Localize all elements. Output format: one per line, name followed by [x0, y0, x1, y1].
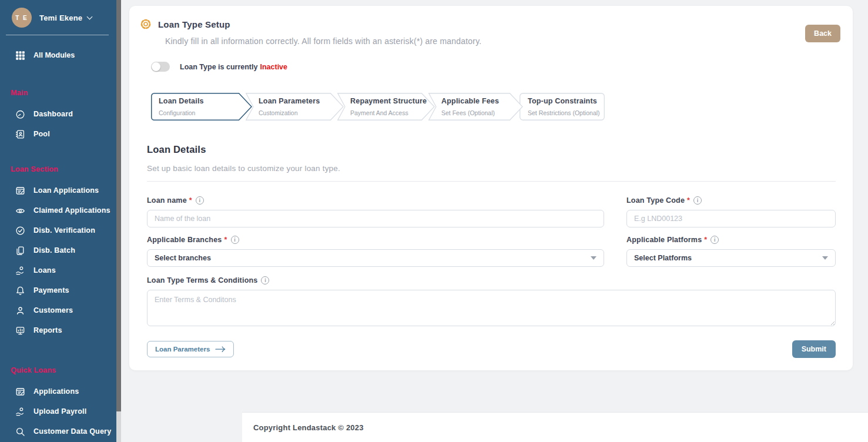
main-content: Loan Type Setup Kindly fill in all infor…: [121, 0, 868, 442]
sidebar-item-disb-batch[interactable]: Disb. Batch: [0, 240, 116, 260]
sidebar-item-label: Customers: [33, 306, 73, 314]
loan-type-setup-card: Loan Type Setup Kindly fill in all infor…: [129, 6, 853, 370]
sidebar-item-label: All Modules: [33, 51, 75, 59]
sidebar: T E Temi Ekene All Modules Main Dashboar…: [0, 0, 116, 442]
required-asterisk: *: [224, 236, 227, 244]
footer: Copyright Lendastack © 2023: [242, 412, 868, 442]
terms-label: Loan Type Terms & Conditionsi: [147, 276, 836, 284]
pool-icon: [15, 129, 25, 139]
applicable-platforms-select[interactable]: Select Platforms: [626, 249, 836, 267]
loan-type-status-toggle[interactable]: [151, 62, 170, 72]
sidebar-item-label: Customer Data Query: [33, 427, 111, 436]
sidebar-divider: [6, 35, 109, 35]
sidebar-item-label: Claimed Applications: [33, 206, 110, 215]
page-title: Loan Type Setup: [158, 18, 481, 29]
form-divider: [147, 181, 836, 182]
sidebar-item-customers[interactable]: Customers: [0, 300, 116, 320]
form-subheading: Set up basic loan details to customize y…: [147, 164, 836, 173]
loan-details-form: Loan Details Set up basic loan details t…: [147, 144, 836, 358]
claimed-applications-eye-icon: [15, 206, 25, 216]
person-icon: [15, 306, 25, 316]
form-heading: Loan Details: [147, 144, 836, 155]
bell-icon: [15, 286, 25, 296]
sidebar-scrollbar[interactable]: [116, 0, 121, 442]
sidebar-item-all-modules[interactable]: All Modules: [0, 45, 116, 65]
chevron-down-icon: [591, 256, 596, 260]
stepper: Loan Details Configuration Loan Paramete…: [151, 93, 836, 120]
toggle-knob: [152, 62, 160, 71]
loan-parameters-next-button[interactable]: Loan Parameters: [147, 341, 234, 357]
required-asterisk: *: [687, 196, 690, 205]
card-header: Loan Type Setup Kindly fill in all infor…: [139, 18, 836, 46]
all-modules-grid-icon: [15, 51, 25, 61]
step-tab-applicable-fees[interactable]: Applicable Fees Set Fees (Optional): [428, 93, 523, 120]
page-subtitle: Kindly fill in all information correctly…: [165, 36, 481, 46]
user-name: Temi Ekene: [39, 14, 82, 22]
submit-button[interactable]: Submit: [792, 340, 836, 358]
chevron-down-icon: [822, 256, 828, 260]
sidebar-item-payments[interactable]: Payments: [0, 280, 116, 300]
applicable-branches-label: Applicable Branches*i: [147, 236, 604, 244]
terms-textarea[interactable]: [147, 290, 836, 326]
sidebar-item-label: Upload Payroll: [33, 407, 86, 416]
sidebar-item-pool[interactable]: Pool: [0, 124, 116, 144]
hand-coin-icon: [15, 407, 25, 417]
toggle-label: Loan Type is currentlyInactive: [180, 63, 287, 71]
info-icon: i: [231, 236, 239, 244]
required-asterisk: *: [189, 196, 192, 205]
step-tab-top-up-constraints[interactable]: Top-up Constraints Set Restrictions (Opt…: [520, 93, 605, 120]
info-icon: i: [261, 276, 269, 284]
step-tab-loan-details[interactable]: Loan Details Configuration: [151, 93, 252, 120]
dashboard-icon: [15, 109, 25, 119]
sidebar-item-label: Dashboard: [33, 110, 73, 118]
check-circle-icon: [15, 226, 25, 236]
bar-chart-icon: [15, 326, 25, 336]
step-tab-loan-parameters[interactable]: Loan Parameters Customization: [246, 93, 344, 120]
gear-icon: [139, 18, 153, 32]
status-badge: Inactive: [260, 63, 287, 71]
sidebar-item-loan-applications[interactable]: Loan Applications: [0, 180, 116, 200]
hand-coin-icon: [15, 266, 25, 276]
applicable-platforms-label: Applicable Platforms*i: [626, 236, 836, 244]
applicable-branches-select[interactable]: Select branches: [147, 249, 604, 267]
sidebar-item-label: Loan Applications: [33, 186, 99, 195]
status-toggle-row: Loan Type is currentlyInactive: [151, 62, 836, 72]
loan-name-input[interactable]: [147, 210, 604, 227]
sidebar-item-label: Applications: [33, 387, 79, 396]
app-window: T E Temi Ekene All Modules Main Dashboar…: [0, 0, 868, 442]
search-icon: [15, 427, 25, 437]
sidebar-item-claimed-applications[interactable]: Claimed Applications: [0, 200, 116, 220]
section-label-loan-section: Loan Section: [0, 165, 116, 173]
info-icon: i: [693, 196, 702, 205]
sidebar-item-label: Loans: [33, 266, 56, 274]
info-icon: i: [196, 196, 204, 205]
copyright-text: Copyright Lendastack © 2023: [253, 423, 364, 432]
sidebar-item-upload-payroll[interactable]: Upload Payroll: [0, 401, 116, 421]
required-asterisk: *: [704, 236, 707, 244]
user-menu[interactable]: T E Temi Ekene: [0, 0, 116, 28]
form-actions: Loan Parameters Submit: [147, 340, 836, 358]
info-icon: i: [711, 236, 719, 244]
sidebar-item-dashboard[interactable]: Dashboard: [0, 104, 116, 124]
sidebar-item-disb-verification[interactable]: Disb. Verification: [0, 220, 116, 240]
sidebar-item-label: Reports: [33, 326, 62, 334]
section-label-main: Main: [0, 89, 116, 97]
copy-icon: [15, 246, 25, 256]
section-label-quick-loans: Quick Loans: [0, 366, 116, 374]
loan-applications-icon: [15, 186, 25, 196]
sidebar-item-label: Disb. Batch: [33, 246, 75, 255]
sidebar-item-label: Pool: [33, 130, 50, 138]
loan-name-label: Loan name*i: [147, 196, 604, 205]
sidebar-item-label: Payments: [33, 286, 69, 294]
sidebar-item-applications[interactable]: Applications: [0, 381, 116, 401]
back-button[interactable]: Back: [805, 25, 840, 42]
step-tab-repayment-structure[interactable]: Repayment Structure Payment And Access: [337, 93, 435, 120]
scrollbar-thumb[interactable]: [116, 0, 121, 411]
sidebar-item-customer-data-query[interactable]: Customer Data Query: [0, 421, 116, 441]
loan-type-code-label: Loan Type Code*i: [626, 196, 836, 205]
chevron-down-icon: [87, 14, 93, 19]
sidebar-item-loans[interactable]: Loans: [0, 260, 116, 280]
sidebar-item-reports[interactable]: Reports: [0, 320, 116, 340]
applications-icon: [15, 387, 25, 397]
loan-type-code-input[interactable]: [626, 210, 836, 227]
